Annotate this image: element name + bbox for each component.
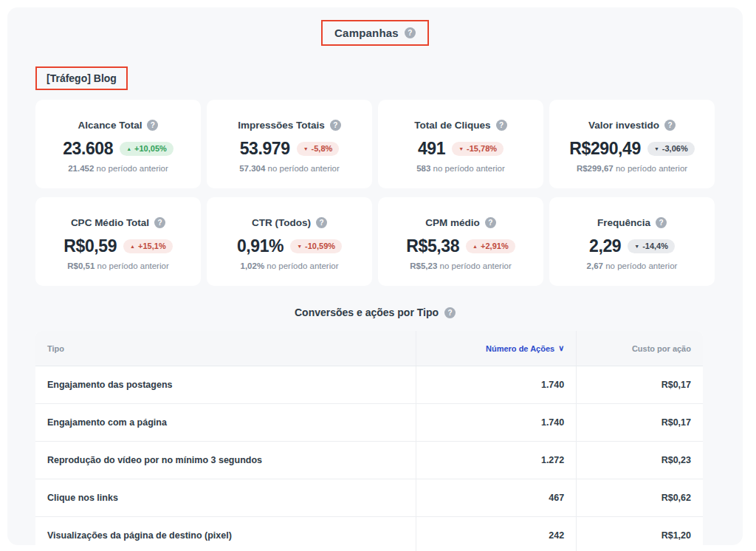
metric-title-row: CTR (Todos) ? xyxy=(207,217,372,228)
help-icon[interactable]: ? xyxy=(485,217,496,228)
question-glyph: ? xyxy=(488,219,492,227)
campaign-section: [Tráfego] Blog xyxy=(35,66,743,90)
previous-period-line: R$299,67 no período anterior xyxy=(549,164,715,173)
previous-suffix: no período anterior xyxy=(94,261,168,270)
help-icon[interactable]: ? xyxy=(330,120,341,131)
trend-triangle-icon: ▲ xyxy=(130,244,135,249)
column-header-acoes-sort[interactable]: Número de Ações ∨ xyxy=(416,331,576,366)
metric-value: R$5,38 xyxy=(406,236,459,256)
metrics-grid: Alcance Total ? 23.608 ▲ +10,05% 21.452 … xyxy=(35,100,715,286)
change-percent: -10,59% xyxy=(305,242,335,251)
help-icon[interactable]: ? xyxy=(147,120,158,131)
change-badge: ▲ +10,05% xyxy=(120,142,173,156)
metric-value: R$0,59 xyxy=(63,236,117,256)
change-percent: +2,91% xyxy=(481,242,509,251)
question-glyph: ? xyxy=(659,219,663,227)
help-icon[interactable]: ? xyxy=(656,217,667,228)
cell-acoes: 1.272 xyxy=(416,442,576,479)
question-glyph: ? xyxy=(158,219,162,227)
cell-custo: R$0,17 xyxy=(576,404,703,441)
previous-suffix: no período anterior xyxy=(614,164,687,173)
metric-value-row: 23.608 ▲ +10,05% xyxy=(35,139,201,159)
metric-value-row: R$290,49 ▼ -3,06% xyxy=(549,139,715,159)
previous-value: 21.452 xyxy=(68,164,94,173)
metric-card: Valor investido ? R$290,49 ▼ -3,06% R$29… xyxy=(549,100,715,188)
conversions-title-row: Conversões e ações por Tipo ? xyxy=(7,307,743,318)
question-glyph: ? xyxy=(499,121,504,129)
cell-custo: R$0,23 xyxy=(576,442,703,479)
change-percent: +15,1% xyxy=(138,242,166,251)
help-icon[interactable]: ? xyxy=(405,27,416,38)
cell-custo: R$0,17 xyxy=(576,366,703,403)
metric-card: CPC Médio Total ? R$0,59 ▲ +15,1% R$0,51… xyxy=(35,197,201,286)
column-header-acoes-label: Número de Ações xyxy=(486,344,554,353)
previous-suffix: no período anterior xyxy=(265,164,339,173)
help-icon[interactable]: ? xyxy=(664,120,676,131)
annotation-box-title: Campanhas ? xyxy=(321,20,429,46)
metric-value-row: 491 ▼ -15,78% xyxy=(378,139,543,159)
table-body: Engajamento das postagens 1.740 R$0,17 E… xyxy=(35,366,703,551)
table-row: Engajamento das postagens 1.740 R$0,17 xyxy=(35,366,703,404)
metric-title: Total de Cliques xyxy=(414,120,490,131)
chevron-down-icon: ∨ xyxy=(558,343,564,353)
annotation-box-campaign: [Tráfego] Blog xyxy=(35,66,128,90)
previous-suffix: no período anterior xyxy=(437,261,511,270)
metric-card: Total de Cliques ? 491 ▼ -15,78% 583 no … xyxy=(378,100,543,188)
change-badge: ▲ +15,1% xyxy=(123,239,173,253)
cell-custo: R$0,62 xyxy=(576,479,703,516)
column-header-tipo: Tipo xyxy=(35,331,416,366)
help-icon[interactable]: ? xyxy=(496,120,507,131)
metric-title: Alcance Total xyxy=(78,120,142,131)
question-glyph: ? xyxy=(447,309,452,317)
conversions-table: Tipo Número de Ações ∨ Custo por ação En… xyxy=(35,331,703,551)
metric-value-row: 2,29 ▼ -14,4% xyxy=(549,236,715,256)
metric-card: Impressões Totais ? 53.979 ▼ -5,8% 57.30… xyxy=(207,100,372,188)
previous-value: 583 xyxy=(416,164,430,173)
previous-suffix: no período anterior xyxy=(603,261,677,270)
table-row: Visualizações da página de destino (pixe… xyxy=(35,517,703,551)
question-glyph: ? xyxy=(667,121,672,129)
metric-value: 0,91% xyxy=(237,236,284,256)
metric-value: 53.979 xyxy=(240,139,290,159)
previous-value: R$5,23 xyxy=(410,261,437,270)
conversions-title: Conversões e ações por Tipo xyxy=(295,307,439,318)
trend-triangle-icon: ▼ xyxy=(654,146,659,151)
previous-value: 2,67 xyxy=(587,261,603,270)
metric-title-row: Total de Cliques ? xyxy=(378,120,543,131)
column-header-custo: Custo por ação xyxy=(576,331,703,366)
page-title: Campanhas xyxy=(334,27,399,39)
metric-value: 2,29 xyxy=(589,236,621,256)
trend-triangle-icon: ▲ xyxy=(472,244,478,249)
cell-custo: R$1,20 xyxy=(576,517,703,551)
change-percent: -14,4% xyxy=(642,242,668,251)
metric-value-row: 0,91% ▼ -10,59% xyxy=(207,236,372,256)
question-glyph: ? xyxy=(408,29,412,37)
cell-acoes: 1.740 xyxy=(416,366,576,403)
previous-suffix: no período anterior xyxy=(94,164,168,173)
cell-tipo: Engajamento das postagens xyxy=(35,366,416,403)
previous-period-line: 57.304 no período anterior xyxy=(207,164,372,173)
previous-value: R$299,67 xyxy=(577,164,614,173)
metric-card: CPM médio ? R$5,38 ▲ +2,91% R$5,23 no pe… xyxy=(378,197,543,286)
metric-title-row: Frequência ? xyxy=(549,217,715,228)
trend-triangle-icon: ▼ xyxy=(458,146,464,151)
cell-tipo: Visualizações da página de destino (pixe… xyxy=(35,517,416,551)
metric-title: Valor investido xyxy=(588,120,659,131)
metric-title: CTR (Todos) xyxy=(252,217,311,228)
metric-title-row: Impressões Totais ? xyxy=(207,120,372,131)
help-icon[interactable]: ? xyxy=(444,307,456,318)
help-icon[interactable]: ? xyxy=(316,217,327,228)
trend-triangle-icon: ▼ xyxy=(297,244,302,249)
question-glyph: ? xyxy=(333,121,337,129)
cell-tipo: Clique nos links xyxy=(35,479,416,516)
help-icon[interactable]: ? xyxy=(154,217,165,228)
previous-period-line: 21.452 no período anterior xyxy=(35,164,201,173)
trend-triangle-icon: ▲ xyxy=(126,146,131,151)
change-percent: -5,8% xyxy=(312,144,333,154)
table-header-row: Tipo Número de Ações ∨ Custo por ação xyxy=(35,331,703,366)
previous-suffix: no período anterior xyxy=(430,164,504,173)
metric-title-row: Valor investido ? xyxy=(549,120,715,131)
report-panel: Campanhas ? [Tráfego] Blog Alcance Total… xyxy=(7,7,743,545)
change-badge: ▲ +2,91% xyxy=(466,239,515,253)
metric-value: R$290,49 xyxy=(569,139,641,159)
